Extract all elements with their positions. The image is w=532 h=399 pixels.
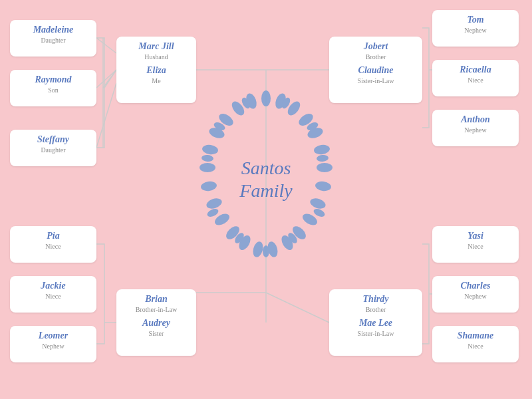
- svg-point-42: [317, 154, 329, 162]
- svg-line-5: [104, 70, 116, 88]
- svg-line-10: [266, 293, 329, 323]
- svg-point-36: [200, 163, 215, 172]
- svg-point-45: [263, 245, 269, 257]
- eliza-name: Eliza: [122, 65, 191, 76]
- family-title: SantosFamily: [239, 157, 292, 201]
- thirdy-name: Thirdy: [334, 293, 417, 305]
- shamane-name: Shamane: [438, 330, 513, 342]
- card-thirdy-maelee: Thirdy Brother Mae Lee Sister-in-Law: [329, 289, 422, 356]
- card-jackie: Jackie Niece: [10, 276, 96, 313]
- charles-name: Charles: [438, 280, 513, 292]
- svg-line-2: [96, 83, 116, 148]
- svg-point-22: [313, 144, 331, 155]
- svg-line-0: [96, 38, 116, 53]
- card-yasi: Yasi Niece: [432, 226, 519, 263]
- card-anthon: Anthon Nephew: [432, 110, 519, 146]
- eliza-relation: Me: [122, 77, 191, 84]
- card-leomer: Leomer Nephew: [10, 326, 96, 362]
- leomer-relation: Nephew: [15, 342, 91, 350]
- center-wreath: SantosFamily: [180, 86, 352, 273]
- svg-point-23: [317, 163, 332, 172]
- pia-name: Pia: [15, 230, 91, 242]
- claudine-relation: Sister-in-Law: [334, 77, 417, 84]
- audrey-relation: Sister: [122, 330, 191, 337]
- svg-point-24: [315, 180, 332, 192]
- svg-point-34: [205, 197, 223, 211]
- card-steffany: Steffany Daughter: [10, 130, 96, 166]
- madeleine-name: Madeleine: [15, 24, 91, 36]
- card-pia: Pia Niece: [10, 226, 96, 263]
- svg-point-25: [309, 197, 327, 211]
- tom-name: Tom: [438, 14, 513, 26]
- card-ricaella: Ricaella Niece: [432, 60, 519, 96]
- steffany-name: Steffany: [15, 134, 91, 146]
- card-madeleine: Madeleine Daughter: [10, 20, 96, 57]
- jackie-relation: Niece: [15, 293, 91, 300]
- brian-name: Brian: [122, 293, 191, 305]
- svg-point-35: [200, 180, 217, 192]
- svg-line-4: [103, 70, 116, 88]
- svg-point-30: [251, 241, 265, 259]
- family-tree: SantosFamily Marc Jill Husband Eliza Me …: [0, 0, 532, 399]
- svg-line-1: [96, 70, 116, 88]
- maelee-name: Mae Lee: [334, 317, 417, 329]
- raymond-relation: Son: [15, 86, 91, 94]
- brian-relation: Brother-in-Law: [122, 306, 191, 313]
- marc-relation: Husband: [122, 53, 191, 61]
- card-shamane: Shamane Niece: [432, 326, 519, 362]
- svg-point-37: [201, 144, 219, 155]
- jobert-relation: Brother: [334, 53, 417, 61]
- card-charles: Charles Nephew: [432, 276, 519, 313]
- maelee-relation: Sister-in-Law: [334, 330, 417, 337]
- svg-point-43: [313, 207, 327, 219]
- anthon-relation: Nephew: [438, 126, 513, 134]
- title-line1: SantosFamily: [239, 158, 292, 201]
- yasi-name: Yasi: [438, 230, 513, 242]
- thirdy-relation: Brother: [334, 306, 417, 313]
- jobert-name: Jobert: [334, 41, 417, 53]
- leomer-name: Leomer: [15, 330, 91, 342]
- pia-relation: Niece: [15, 243, 91, 250]
- steffany-relation: Daughter: [15, 146, 91, 154]
- madeleine-relation: Daughter: [15, 37, 91, 44]
- card-brian-audrey: Brian Brother-in-Law Audrey Sister: [116, 289, 196, 356]
- claudine-name: Claudine: [334, 65, 417, 76]
- marc-name: Marc Jill: [122, 41, 191, 53]
- jackie-name: Jackie: [15, 280, 91, 292]
- ricaella-name: Ricaella: [438, 64, 513, 76]
- card-jobert-claudine: Jobert Brother Claudine Sister-in-Law: [329, 37, 422, 103]
- ricaella-relation: Niece: [438, 76, 513, 84]
- svg-point-47: [206, 207, 220, 219]
- charles-relation: Nephew: [438, 293, 513, 300]
- raymond-name: Raymond: [15, 74, 91, 86]
- anthon-name: Anthon: [438, 114, 513, 126]
- svg-point-14: [261, 90, 271, 106]
- card-tom: Tom Nephew: [432, 10, 519, 47]
- svg-point-48: [201, 154, 214, 162]
- shamane-relation: Niece: [438, 342, 513, 350]
- tom-relation: Nephew: [438, 27, 513, 34]
- card-marc-eliza: Marc Jill Husband Eliza Me: [116, 37, 196, 103]
- yasi-relation: Niece: [438, 243, 513, 250]
- card-raymond: Raymond Son: [10, 70, 96, 106]
- audrey-name: Audrey: [122, 317, 191, 329]
